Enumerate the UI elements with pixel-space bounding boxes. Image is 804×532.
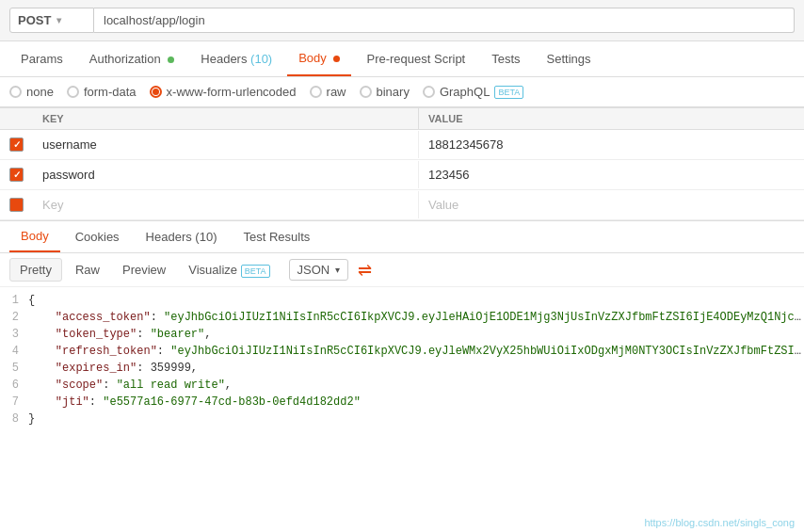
response-format-row: Pretty Raw Preview Visualize BETA JSON ▾… xyxy=(0,253,804,287)
checkbox-password[interactable] xyxy=(9,168,24,182)
radio-urlencoded xyxy=(150,86,162,98)
tab-settings[interactable]: Settings xyxy=(536,42,603,75)
url-bar: POST ▾ xyxy=(0,0,804,41)
fmt-preview[interactable]: Preview xyxy=(113,259,175,281)
radio-form-data xyxy=(67,86,79,98)
json-chevron: ▾ xyxy=(335,265,340,275)
resp-tab-cookies[interactable]: Cookies xyxy=(64,222,131,251)
tab-tests[interactable]: Tests xyxy=(480,42,531,75)
checkbox-cell-username[interactable] xyxy=(0,130,33,159)
tab-authorization[interactable]: Authorization xyxy=(78,42,186,75)
kv-table-header: KEY VALUE xyxy=(0,107,804,130)
headers-count: (10) xyxy=(250,52,272,66)
code-line-1: 1 { xyxy=(0,293,804,310)
request-tabs: Params Authorization Headers (10) Body P… xyxy=(0,41,804,77)
code-line-2: 2 "access_token": "eyJhbGciOiJIUzI1NiIsI… xyxy=(0,310,804,327)
kv-row-username: username 18812345678 xyxy=(0,130,804,160)
key-password[interactable]: password xyxy=(33,161,419,188)
body-type-urlencoded[interactable]: x-www-form-urlencoded xyxy=(150,85,297,99)
watermark: https://blog.csdn.net/singls_cong xyxy=(644,517,795,528)
tab-params[interactable]: Params xyxy=(9,42,74,75)
radio-none xyxy=(9,86,22,98)
radio-raw xyxy=(310,86,322,98)
tab-pre-request-script[interactable]: Pre-request Script xyxy=(355,42,476,75)
visualize-beta: BETA xyxy=(241,265,270,278)
radio-binary xyxy=(360,86,372,98)
code-line-5: 5 "expires_in": 359999, xyxy=(0,361,804,378)
tab-headers[interactable]: Headers (10) xyxy=(189,42,283,75)
radio-graphql xyxy=(423,86,435,98)
value-password[interactable]: 123456 xyxy=(419,161,804,188)
tab-body[interactable]: Body xyxy=(287,41,351,76)
fmt-visualize[interactable]: Visualize BETA xyxy=(179,259,279,281)
kv-row-password: password 123456 xyxy=(0,160,804,190)
url-input[interactable] xyxy=(94,8,795,33)
body-type-binary[interactable]: binary xyxy=(360,85,410,99)
method-label: POST xyxy=(18,13,51,27)
key-username[interactable]: username xyxy=(33,131,419,158)
checkbox-cell-new[interactable] xyxy=(0,190,33,219)
value-new[interactable]: Value xyxy=(419,191,804,218)
header-key: KEY xyxy=(33,108,419,129)
authorization-dot xyxy=(168,56,174,63)
header-empty-cell xyxy=(0,108,33,129)
code-line-8: 8 } xyxy=(0,411,804,428)
checkbox-cell-password[interactable] xyxy=(0,160,33,189)
body-dot xyxy=(333,56,340,62)
header-value: VALUE xyxy=(419,108,804,129)
resp-tab-headers[interactable]: Headers (10) xyxy=(135,222,229,251)
body-type-none[interactable]: none xyxy=(9,85,54,99)
code-line-4: 4 "refresh_token": "eyJhbGciOiJIUzI1NiIs… xyxy=(0,344,804,361)
graphql-beta: BETA xyxy=(494,86,523,99)
body-type-graphql[interactable]: GraphQL BETA xyxy=(423,85,523,99)
resp-tab-test-results[interactable]: Test Results xyxy=(232,222,321,251)
value-username[interactable]: 18812345678 xyxy=(419,131,804,158)
checkbox-new[interactable] xyxy=(9,198,24,212)
body-type-row: none form-data x-www-form-urlencoded raw… xyxy=(0,77,804,107)
json-format-select[interactable]: JSON ▾ xyxy=(289,259,349,281)
body-type-form-data[interactable]: form-data xyxy=(67,85,137,99)
checkbox-username[interactable] xyxy=(9,137,24,152)
code-line-6: 6 "scope": "all read write", xyxy=(0,378,804,395)
wrap-icon[interactable]: ⇌ xyxy=(358,260,372,281)
response-tabs: Body Cookies Headers (10) Test Results xyxy=(0,220,804,253)
method-select[interactable]: POST ▾ xyxy=(9,8,94,33)
fmt-raw[interactable]: Raw xyxy=(66,259,109,281)
code-line-3: 3 "token_type": "bearer", xyxy=(0,327,804,344)
kv-row-new: Key Value xyxy=(0,190,804,220)
code-area: 1 { 2 "access_token": "eyJhbGciOiJIUzI1N… xyxy=(0,287,804,532)
method-chevron: ▾ xyxy=(56,15,61,25)
fmt-pretty[interactable]: Pretty xyxy=(9,258,62,282)
body-type-raw[interactable]: raw xyxy=(310,85,346,99)
code-line-7: 7 "jti": "e5577a16-6977-47cd-b83b-0efd4d… xyxy=(0,395,804,411)
response-section: Body Cookies Headers (10) Test Results P… xyxy=(0,220,804,532)
app-container: POST ▾ Params Authorization Headers (10)… xyxy=(0,0,804,532)
key-new[interactable]: Key xyxy=(33,191,419,218)
resp-tab-body[interactable]: Body xyxy=(9,221,60,252)
